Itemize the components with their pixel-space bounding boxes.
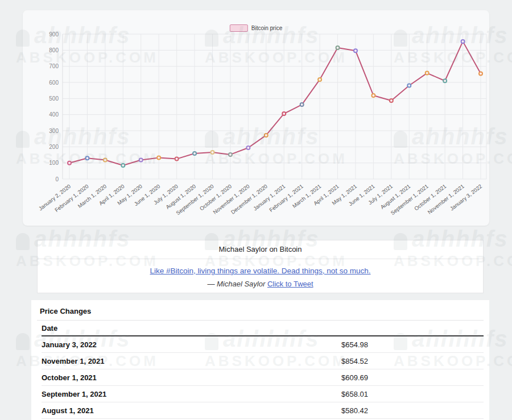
price-changes-panel: Price Changes Date January 3, 2022$654.9… <box>31 300 489 420</box>
table-header-row: Date <box>42 321 484 336</box>
x-grid <box>63 34 486 179</box>
ghost-icon <box>16 333 30 350</box>
x-tick-label: January 3, 2022 <box>449 183 483 212</box>
y-tick-label: 500 <box>49 95 59 102</box>
y-tick-label: 0 <box>55 176 59 182</box>
date-cell: January 3, 2022 <box>42 340 341 349</box>
data-point <box>85 156 89 160</box>
date-cell: August 1, 2021 <box>42 406 341 415</box>
data-point <box>426 72 429 75</box>
data-point <box>139 159 143 162</box>
data-point <box>68 161 71 165</box>
y-tick-label: 400 <box>49 111 59 118</box>
legend-label: Bitcoin price <box>251 25 282 31</box>
y-tick-label: 800 <box>49 47 59 53</box>
data-point <box>193 152 196 155</box>
date-cell: September 1, 2021 <box>42 390 341 398</box>
quote-author: Michael Saylor <box>217 280 265 288</box>
y-axis-labels: 0100200300400500600700800900 <box>49 31 59 182</box>
page: Bitcoin price 01002003004005006007008009… <box>0 0 512 420</box>
y-grid <box>63 34 486 179</box>
data-point <box>336 46 340 49</box>
quote-card-title: Michael Saylor on Bitcoin <box>38 240 483 259</box>
y-tick-label: 100 <box>49 160 59 166</box>
table-row: November 1, 2021$854.52 <box>42 353 484 369</box>
y-tick-label: 700 <box>49 63 59 69</box>
ghost-icon <box>16 233 30 250</box>
y-tick-label: 600 <box>49 80 59 86</box>
tweet-quote-link[interactable]: Like #Bitcoin, living things are volatil… <box>150 267 371 275</box>
y-tick-label: 300 <box>49 128 59 134</box>
table-row: August 1, 2021$580.42 <box>42 402 484 419</box>
chart-legend: Bitcoin price <box>230 24 282 32</box>
date-cell: November 1, 2021 <box>42 357 341 365</box>
data-point <box>265 134 268 137</box>
date-column-header: Date <box>42 324 57 332</box>
table-row: September 1, 2021$658.01 <box>42 386 484 402</box>
data-point <box>157 156 160 160</box>
table-row: January 3, 2022$654.98 <box>42 336 484 353</box>
price-table: January 3, 2022$654.98November 1, 2021$8… <box>31 336 489 419</box>
data-point <box>354 49 357 52</box>
price-changes-title: Price Changes <box>40 307 484 315</box>
price-cell: $658.01 <box>341 390 368 398</box>
quote-body: Like #Bitcoin, living things are volatil… <box>38 259 483 288</box>
price-cell: $654.98 <box>341 340 368 349</box>
table-row: October 1, 2021$609.69 <box>42 369 484 386</box>
price-cell: $609.69 <box>341 373 368 382</box>
data-point <box>390 99 393 102</box>
price-cell: $854.52 <box>341 357 368 365</box>
data-point <box>121 164 125 167</box>
data-point <box>175 157 179 161</box>
data-point <box>318 78 321 81</box>
y-tick-label: 200 <box>49 144 59 150</box>
date-cell: October 1, 2021 <box>42 373 341 382</box>
attribution-dash: — <box>207 280 214 288</box>
bitcoin-price-chart-card: Bitcoin price 01002003004005006007008009… <box>23 10 489 226</box>
click-to-tweet-link[interactable]: Click to Tweet <box>267 280 313 288</box>
data-points <box>68 40 482 167</box>
quote-card: Michael Saylor on Bitcoin Like #Bitcoin,… <box>37 240 484 293</box>
data-point <box>300 103 304 106</box>
data-point <box>229 153 232 156</box>
quote-attribution: — Michael Saylor Click to Tweet <box>38 280 483 288</box>
data-point <box>282 112 286 115</box>
x-axis-labels: January 2, 2020February 1, 2020March 1, … <box>38 183 483 216</box>
data-point <box>461 40 465 43</box>
legend-swatch-icon <box>230 24 248 32</box>
data-point <box>104 159 107 162</box>
data-point <box>371 94 375 97</box>
bitcoin-price-line-chart[interactable]: 0100200300400500600700800900January 2, 2… <box>23 10 489 226</box>
price-cell: $580.42 <box>341 406 368 415</box>
data-point <box>210 151 214 154</box>
y-tick-label: 900 <box>49 31 59 38</box>
data-point <box>407 84 411 88</box>
data-point <box>246 146 250 149</box>
data-point <box>479 72 482 75</box>
data-point <box>443 79 447 82</box>
